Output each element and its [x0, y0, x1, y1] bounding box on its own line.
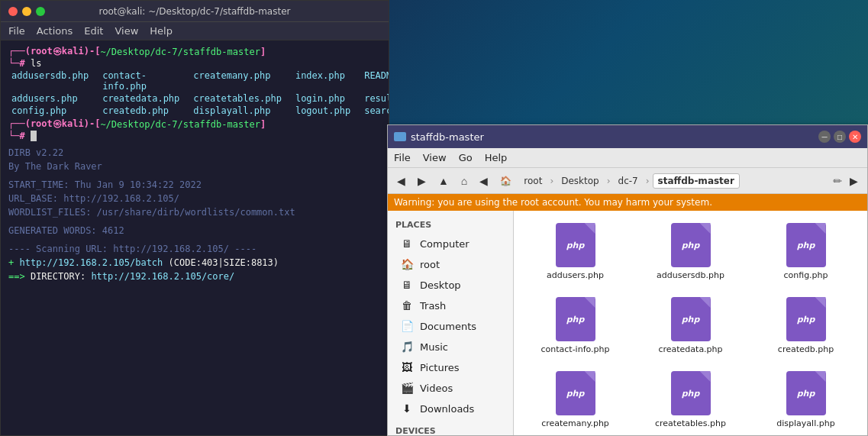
- sidebar-item-documents[interactable]: 📄 Documents: [391, 316, 510, 336]
- fm-sidebar: Places 🖥 Computer 🏠 root 🖥 Desktop 🗑 Tra…: [388, 211, 514, 435]
- prompt-dir: ~/Desktop/dc-7/staffdb-master: [100, 47, 260, 57]
- file-createdata: createdata.php: [102, 93, 179, 104]
- file-results: results.php: [364, 93, 389, 104]
- fm-menu-go[interactable]: Go: [459, 152, 473, 163]
- bc-staffdb[interactable]: staffdb-master: [653, 173, 740, 189]
- file-item-createdata[interactable]: php createdata.php: [637, 292, 744, 359]
- music-icon: 🎵: [400, 341, 414, 353]
- sidebar-item-videos[interactable]: 🎬 Videos: [391, 378, 510, 398]
- prompt-user: ┌──(root㉿kali)-[: [8, 45, 100, 58]
- php-icon-createtables: php: [671, 371, 711, 415]
- fm-up-button[interactable]: ▲: [434, 172, 453, 190]
- prompt-dollar-2: └─#: [8, 131, 31, 141]
- fm-window-controls: ─ □ ✕: [818, 131, 861, 143]
- file-config: config.php: [11, 105, 89, 116]
- bc-dc7[interactable]: dc-7: [614, 174, 643, 188]
- terminal-window-controls: [8, 7, 45, 16]
- fm-back-button[interactable]: ◀: [392, 172, 410, 190]
- menu-edit[interactable]: Edit: [84, 25, 103, 37]
- prompt-bracket-close: ]: [260, 47, 266, 57]
- file-addusers: addusers.php: [11, 93, 89, 104]
- sidebar-item-desktop[interactable]: 🖥 Desktop: [391, 275, 510, 295]
- fm-restore-button[interactable]: □: [834, 131, 846, 143]
- dirb-header: DIRB v2.22: [8, 146, 381, 160]
- desktop-icon: 🖥: [400, 279, 414, 291]
- file-createtables: createtables.php: [193, 93, 282, 104]
- fm-menu-file[interactable]: File: [394, 152, 411, 163]
- sidebar-item-computer[interactable]: 🖥 Computer: [391, 234, 510, 254]
- filename-addusersdb: addusersdb.php: [657, 270, 724, 280]
- terminal-titlebar: root@kali: ~/Desktop/dc-7/staffdb-master: [1, 1, 389, 22]
- fm-files-area[interactable]: php addusers.php php addusersdb.php php: [514, 211, 867, 435]
- terminal-body[interactable]: ┌──(root㉿kali)-[~/Desktop/dc-7/staffdb-m…: [1, 40, 389, 435]
- sidebar-item-trash[interactable]: 🗑 Trash: [391, 296, 510, 315]
- sidebar-label-videos: Videos: [420, 383, 453, 394]
- cmd-ls: ls: [31, 58, 41, 69]
- fm-menu-view[interactable]: View: [423, 152, 447, 163]
- dirb-wordlist: WORDLIST_FILES: /usr/share/dirb/wordlist…: [8, 205, 381, 219]
- minimize-button[interactable]: [22, 7, 31, 16]
- bc-sep3: ›: [646, 176, 650, 186]
- dirb-url: URL_BASE: http://192.168.2.105/: [8, 192, 381, 205]
- file-displayall: displayall.php: [193, 105, 282, 116]
- fm-toolbar: ◀ ▶ ▲ ⌂ ◀ 🏠 root › Desktop › dc-7 › staf…: [388, 168, 867, 194]
- cmd-line-ls: └─# ls: [8, 58, 381, 69]
- sidebar-item-music[interactable]: 🎵 Music: [391, 337, 510, 357]
- filename-createdata: createdata.php: [658, 344, 722, 354]
- dirb-words: GENERATED WORDS: 4612: [8, 224, 381, 237]
- php-icon-createdb: php: [786, 297, 826, 341]
- documents-icon: 📄: [400, 320, 414, 332]
- file-readme: README.md: [364, 70, 389, 92]
- sidebar-label-trash: Trash: [420, 300, 446, 312]
- menu-file[interactable]: File: [8, 25, 25, 37]
- dirb-scanning: ---- Scanning URL: http://192.168.2.105/…: [8, 242, 381, 256]
- bc-root[interactable]: root: [519, 174, 547, 188]
- bc-home-icon[interactable]: 🏠: [495, 174, 516, 188]
- sidebar-label-music: Music: [420, 341, 448, 353]
- sidebar-item-downloads[interactable]: ⬇ Downloads: [391, 399, 510, 418]
- menu-view[interactable]: View: [115, 25, 138, 37]
- computer-icon: 🖥: [400, 237, 414, 250]
- fm-places-section: Places: [388, 217, 513, 233]
- file-item-createdb[interactable]: php createdb.php: [752, 292, 860, 359]
- menu-help[interactable]: Help: [150, 25, 173, 37]
- fm-edit-icon[interactable]: ✏: [833, 175, 842, 187]
- php-icon-addusers: php: [556, 223, 595, 267]
- fm-devices-section: Devices: [388, 423, 513, 435]
- fm-warning-bar: Warning: you are using the root account.…: [388, 194, 867, 211]
- sidebar-label-desktop: Desktop: [420, 279, 461, 291]
- file-item-displayall[interactable]: php displayall.php: [752, 367, 860, 433]
- fm-menu-help[interactable]: Help: [485, 152, 508, 163]
- file-item-addusers[interactable]: php addusers.php: [521, 218, 629, 285]
- file-item-config[interactable]: php config.php: [752, 218, 860, 285]
- file-manager-window: staffdb-master ─ □ ✕ File View Go Help ◀…: [387, 124, 868, 436]
- file-item-createtables[interactable]: php createtables.php: [637, 367, 744, 433]
- maximize-button[interactable]: [36, 7, 45, 16]
- file-item-createmany[interactable]: php createmany.php: [521, 367, 629, 433]
- fm-expand-button[interactable]: ▶: [845, 172, 863, 190]
- bc-desktop[interactable]: Desktop: [557, 174, 604, 188]
- fm-home-button[interactable]: ⌂: [457, 172, 472, 190]
- prompt-bracket-close-2: ]: [260, 119, 266, 130]
- fm-minimize-button[interactable]: ─: [818, 131, 831, 143]
- sidebar-item-root[interactable]: 🏠 root: [391, 254, 510, 274]
- fm-forward-button[interactable]: ▶: [413, 172, 431, 190]
- file-item-addusersdb[interactable]: php addusersdb.php: [637, 218, 744, 285]
- sidebar-item-pictures[interactable]: 🖼 Pictures: [391, 357, 510, 377]
- terminal-menubar: File Actions Edit View Help: [1, 22, 389, 40]
- menu-actions[interactable]: Actions: [37, 25, 73, 37]
- fm-toggle-button[interactable]: ◀: [475, 172, 492, 190]
- filename-createdb: createdb.php: [778, 344, 834, 354]
- terminal-title: root@kali: ~/Desktop/dc-7/staffdb-master: [99, 6, 291, 17]
- php-icon-createmany: php: [556, 371, 595, 415]
- dirb-result2: ==> DIRECTORY: http://192.168.2.105/core…: [8, 270, 381, 283]
- php-icon-displayall: php: [786, 371, 826, 415]
- file-item-contactinfo[interactable]: php contact-info.php: [521, 292, 629, 359]
- terminal-window: root@kali: ~/Desktop/dc-7/staffdb-master…: [0, 0, 389, 436]
- file-createdb: createdb.php: [102, 105, 179, 116]
- file-index: index.php: [295, 70, 350, 92]
- php-icon-config: php: [786, 223, 826, 267]
- fm-close-button[interactable]: ✕: [849, 131, 861, 143]
- filename-createtables: createtables.php: [655, 418, 726, 428]
- close-button[interactable]: [8, 7, 18, 16]
